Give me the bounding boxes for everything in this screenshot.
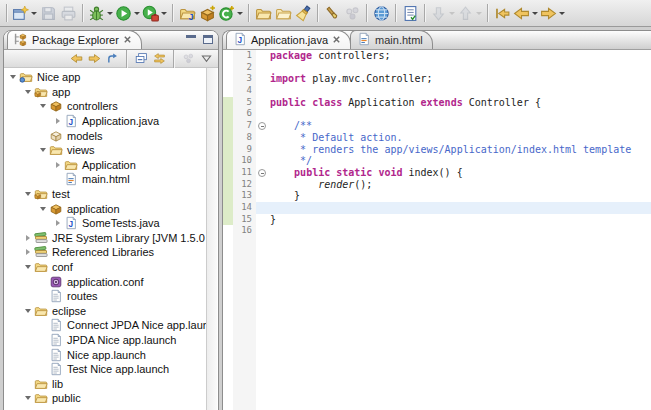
code-line[interactable]: 16: [223, 225, 651, 237]
dropdown-arrow-icon[interactable]: [449, 12, 455, 15]
code-line[interactable]: 9 * renders the app/views/Application/in…: [223, 144, 651, 156]
tree-item[interactable]: lib: [4, 376, 206, 391]
code-text[interactable]: package controllers;: [268, 50, 651, 62]
last-edit-location-button[interactable]: [492, 2, 512, 24]
expand-arrow-icon[interactable]: [53, 114, 63, 129]
code-text[interactable]: public static void index() {: [268, 167, 651, 179]
dropdown-arrow-icon[interactable]: [476, 12, 482, 15]
go-into-button[interactable]: [104, 51, 120, 67]
code-line[interactable]: 8 * Default action.: [223, 132, 651, 144]
tree-item[interactable]: application: [4, 201, 206, 216]
expand-arrow-icon[interactable]: [53, 216, 63, 231]
collapse-arrow-icon[interactable]: [38, 99, 48, 114]
new-java-package-button[interactable]: [197, 2, 217, 24]
code-line[interactable]: 7 /**: [223, 120, 651, 132]
code-line[interactable]: 14: [223, 202, 651, 214]
tree-item[interactable]: main.html: [4, 172, 206, 187]
dropdown-arrow-icon[interactable]: [31, 12, 37, 15]
new-java-class-button[interactable]: [217, 2, 244, 24]
code-text[interactable]: [268, 108, 651, 120]
code-line[interactable]: 11 public static void index() {: [223, 167, 651, 179]
code-line[interactable]: 6: [223, 108, 651, 120]
new-wizard-button[interactable]: [11, 2, 38, 24]
editor-empty-area[interactable]: [223, 237, 651, 410]
code-line[interactable]: 2: [223, 62, 651, 74]
tree-item[interactable]: views: [4, 143, 206, 158]
collapse-arrow-icon[interactable]: [23, 304, 33, 319]
code-text[interactable]: * renders the app/views/Application/inde…: [268, 144, 651, 156]
dropdown-arrow-icon[interactable]: [134, 12, 140, 15]
debug-button[interactable]: [87, 2, 114, 24]
code-line[interactable]: 10 */: [223, 155, 651, 167]
code-text[interactable]: */: [268, 155, 651, 167]
dropdown-arrow-icon[interactable]: [532, 12, 538, 15]
code-text[interactable]: render();: [268, 179, 651, 191]
collapse-arrow-icon[interactable]: [23, 85, 33, 100]
code-line[interactable]: 4: [223, 85, 651, 97]
tree-item[interactable]: routes: [4, 289, 206, 304]
tree-item[interactable]: Application: [4, 158, 206, 173]
tree-item[interactable]: Referenced Libraries: [4, 245, 206, 260]
collapse-arrow-icon[interactable]: [23, 391, 33, 406]
link-with-editor-button[interactable]: [151, 51, 167, 67]
dropdown-arrow-icon[interactable]: [237, 12, 243, 15]
package-explorer-tab[interactable]: Package Explorer: [7, 30, 142, 49]
view-menu-button[interactable]: [198, 51, 214, 67]
task-list-button[interactable]: [400, 2, 420, 24]
expand-arrow-icon[interactable]: [23, 245, 33, 260]
dropdown-arrow-icon[interactable]: [559, 12, 565, 15]
expand-arrow-icon[interactable]: [53, 158, 63, 173]
collapse-arrow-icon[interactable]: [38, 143, 48, 158]
external-tools-run-button[interactable]: [141, 2, 168, 24]
tree-item[interactable]: models: [4, 128, 206, 143]
code-text[interactable]: [268, 237, 651, 410]
back-history-button[interactable]: [68, 51, 84, 67]
web-browser-button[interactable]: [371, 2, 391, 24]
collapse-arrow-icon[interactable]: [23, 187, 33, 202]
mark-occurrences-button[interactable]: [322, 2, 342, 24]
collapse-all-button[interactable]: [133, 51, 149, 67]
code-text[interactable]: [268, 202, 651, 214]
code-text[interactable]: import play.mvc.Controller;: [268, 73, 651, 85]
expand-arrow-icon[interactable]: [23, 231, 33, 246]
open-type-button[interactable]: [253, 2, 273, 24]
forward-button[interactable]: [539, 2, 566, 24]
search-button[interactable]: [293, 2, 313, 24]
code-text[interactable]: public class Application extends Control…: [268, 97, 651, 109]
run-button[interactable]: [114, 2, 141, 24]
tree-item[interactable]: Nice app.launch: [4, 347, 206, 362]
forward-history-button[interactable]: [86, 51, 102, 67]
code-line[interactable]: 3import play.mvc.Controller;: [223, 73, 651, 85]
tree-item[interactable]: Nice app: [4, 70, 206, 85]
minimize-view-icon[interactable]: [186, 35, 196, 44]
code-text[interactable]: * Default action.: [268, 132, 651, 144]
code-text[interactable]: [268, 225, 651, 237]
code-text[interactable]: /**: [268, 120, 651, 132]
java-editor[interactable]: 1package controllers;23import play.mvc.C…: [223, 50, 651, 410]
dropdown-arrow-icon[interactable]: [161, 12, 167, 15]
code-line[interactable]: 13 }: [223, 190, 651, 202]
close-tab-icon[interactable]: [332, 34, 341, 46]
code-text[interactable]: }: [268, 190, 651, 202]
tree-item[interactable]: public: [4, 391, 206, 406]
code-text[interactable]: }: [268, 214, 651, 226]
tree-item[interactable]: Test Nice app.launch: [4, 362, 206, 377]
code-line[interactable]: 15}: [223, 214, 651, 226]
code-text[interactable]: [268, 85, 651, 97]
editor-tab-application-java[interactable]: JApplication.java: [226, 30, 351, 49]
tree-vertical-scrollbar[interactable]: [206, 68, 217, 410]
tree-item[interactable]: conf: [4, 260, 206, 275]
collapse-arrow-icon[interactable]: [38, 201, 48, 216]
tree-item[interactable]: eclipse: [4, 304, 206, 319]
tree-item[interactable]: controllers: [4, 99, 206, 114]
close-view-icon[interactable]: [123, 34, 132, 46]
code-line[interactable]: 12 render();: [223, 179, 651, 191]
tree-item[interactable]: application.conf: [4, 274, 206, 289]
collapse-arrow-icon[interactable]: [23, 260, 33, 275]
tree-item[interactable]: Connect JPDA Nice app.launch: [4, 318, 206, 333]
tree-item[interactable]: test: [4, 187, 206, 202]
tree-item[interactable]: JApplication.java: [4, 114, 206, 129]
dropdown-arrow-icon[interactable]: [107, 12, 113, 15]
code-line[interactable]: 1package controllers;: [223, 50, 651, 62]
fold-collapse-icon[interactable]: [258, 169, 266, 177]
